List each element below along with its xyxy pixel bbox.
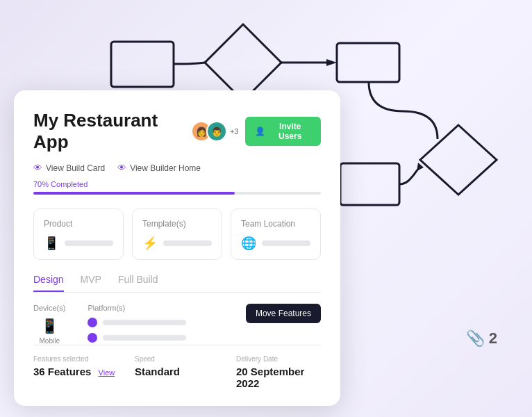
view-builder-home-label: View Builder Home [130,163,201,173]
progress-section: 70% Completed [33,180,321,195]
info-card-team-location: Team Location 🌐 [231,208,321,260]
svg-rect-6 [340,163,399,205]
devices-platforms-row: Device(s) 📱 Mobile Platform(s) [33,304,321,345]
card-header: My Restaurant App 👩 👨 +3 👤 Invite Users [33,110,321,153]
app-title: My Restaurant App [33,110,191,153]
product-bar [65,240,113,246]
view-build-card-label: View Build Card [46,163,105,173]
main-card: My Restaurant App 👩 👨 +3 👤 Invite Users … [14,90,340,406]
stat-speed: Speed Standard [135,355,219,389]
globe-icon: 🌐 [241,236,256,251]
info-card-product: Product 📱 [33,208,124,260]
speed-value: Standard [135,366,219,377]
progress-bar-fill [33,192,235,195]
team-location-content: 🌐 [241,236,310,251]
templates-content: ⚡ [142,236,212,251]
tab-full-build[interactable]: Full Build [118,274,158,292]
view-build-card-link[interactable]: 👁 View Build Card [33,163,105,173]
platform-bar-2 [103,335,186,341]
templates-bar [163,240,212,246]
product-label: Product [44,219,113,229]
features-count: 36 Features [33,366,91,377]
team-location-label: Team Location [241,219,310,229]
svg-rect-0 [111,42,174,87]
smartphone-icon: 📱 [41,318,58,334]
platforms-label: Platform(s) [88,304,246,312]
move-features-button[interactable]: Move Features [246,304,321,323]
progress-bar-background [33,192,321,195]
view-builder-home-link[interactable]: 👁 View Builder Home [117,163,201,173]
stats-row: Features selected 36 Features View Speed… [33,345,321,389]
eye-icon-1: 👁 [33,163,42,173]
view-features-link[interactable]: View [99,368,115,377]
team-location-bar [262,240,310,246]
svg-marker-1 [205,24,281,101]
features-selected-value: 36 Features View [33,366,118,377]
speed-label: Speed [135,355,219,363]
platform-dot-1 [88,318,97,327]
devices-column: Device(s) 📱 Mobile [33,304,65,345]
templates-label: Template(s) [142,219,212,229]
svg-marker-3 [326,59,337,66]
svg-rect-4 [337,43,399,82]
move-features-container: Move Features [246,304,321,323]
mobile-label: Mobile [39,337,59,345]
layers-icon: ⚡ [142,236,158,251]
svg-marker-7 [417,163,424,171]
delivery-date-value: 20 September 2022 [236,366,321,389]
platforms-column: Platform(s) [88,304,246,343]
avatar-2: 👨 [206,121,227,142]
avatars: 👩 👨 +3 [191,121,239,142]
stat-delivery-date: Delivery Date 20 September 2022 [236,355,321,389]
platform-row-2 [88,333,246,343]
progress-label: 70% Completed [33,180,321,188]
paperclip-count: 2 [489,329,497,348]
stat-features-selected: Features selected 36 Features View [33,355,118,389]
platform-dot-2 [88,333,97,343]
tab-mvp[interactable]: MVP [81,274,101,292]
delivery-date-label: Delivery Date [236,355,321,363]
platform-row-1 [88,318,246,327]
avatar-count: +3 [230,127,239,136]
mobile-device: 📱 Mobile [33,318,65,345]
devices-label: Device(s) [33,304,65,312]
info-card-templates: Template(s) ⚡ [132,208,222,260]
features-selected-label: Features selected [33,355,118,363]
eye-icon-2: 👁 [117,163,126,173]
links-row: 👁 View Build Card 👁 View Builder Home [33,163,321,173]
user-plus-icon: 👤 [255,126,265,136]
paperclip-icon: 📎 [466,329,485,348]
product-content: 📱 [44,236,113,251]
tabs-row: Design MVP Full Build [33,274,321,293]
paperclip-badge: 📎 2 [466,329,497,348]
invite-users-button[interactable]: 👤 Invite Users [245,117,321,146]
info-cards-row: Product 📱 Template(s) ⚡ Team Location 🌐 [33,208,321,260]
mobile-icon: 📱 [44,236,59,251]
header-right: 👩 👨 +3 👤 Invite Users [191,117,321,146]
tab-content-design: Device(s) 📱 Mobile Platform(s) [33,304,321,389]
svg-marker-5 [420,125,497,195]
invite-label: Invite Users [269,122,311,141]
tab-design[interactable]: Design [33,274,64,292]
platform-bar-1 [103,320,186,325]
